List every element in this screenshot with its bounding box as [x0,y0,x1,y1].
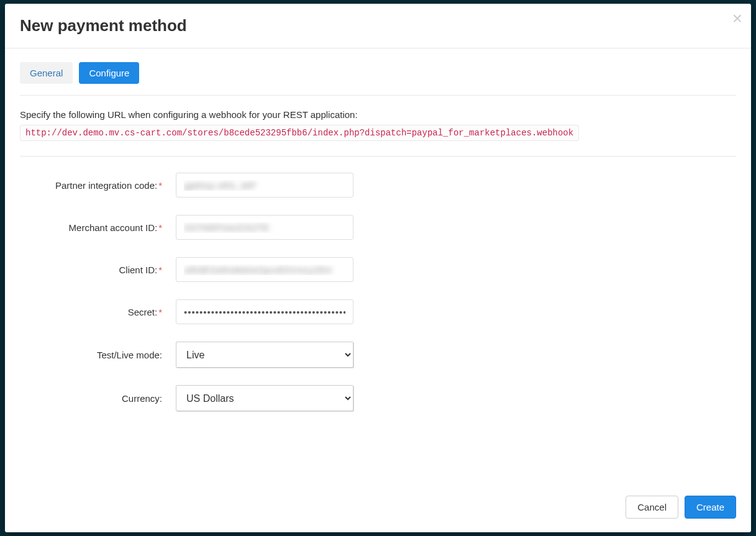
modal-footer: Cancel Create [5,484,751,532]
tab-general[interactable]: General [20,62,73,84]
row-client-id: Client ID:* [20,257,736,282]
row-merchant-account-id: Merchant account ID:* [20,215,736,240]
label-secret: Secret:* [20,307,166,317]
row-partner-integration-code: Partner integration code:* [20,173,736,198]
row-currency: Currency: US Dollars [20,385,736,411]
row-secret: Secret:* [20,299,736,324]
required-marker: * [158,180,162,191]
partner-integration-code-input[interactable] [176,173,353,198]
secret-input[interactable] [176,299,353,324]
currency-select[interactable]: US Dollars [176,385,353,411]
new-payment-method-modal: New payment method × General Configure S… [5,4,751,532]
required-marker: * [158,265,162,275]
label-test-live-mode: Test/Live mode: [20,350,166,360]
webhook-instruction: Specify the following URL when configuri… [20,109,736,120]
test-live-mode-select[interactable]: Live [176,342,353,368]
cancel-button[interactable]: Cancel [626,496,678,519]
create-button[interactable]: Create [685,496,736,519]
required-marker: * [158,222,162,233]
required-marker: * [158,307,162,317]
webhook-url: http://dev.demo.mv.cs-cart.com/stores/b8… [20,125,579,141]
label-client-id: Client ID:* [20,265,166,275]
tabs-bar: General Configure [20,48,736,96]
modal-title: New payment method [20,16,736,35]
tab-configure[interactable]: Configure [79,62,139,84]
configure-form: Partner integration code:* Merchant acco… [20,157,736,447]
label-partner-integration-code: Partner integration code:* [20,180,166,191]
close-icon: × [732,9,742,28]
modal-header: New payment method × [5,4,751,48]
client-id-input[interactable] [176,257,353,282]
label-currency: Currency: [20,393,166,404]
webhook-section: Specify the following URL when configuri… [20,96,736,157]
row-test-live-mode: Test/Live mode: Live [20,342,736,368]
merchant-account-id-input[interactable] [176,215,353,240]
label-merchant-account-id: Merchant account ID:* [20,222,166,233]
modal-body: General Configure Specify the following … [5,48,751,484]
close-button[interactable]: × [732,10,742,27]
